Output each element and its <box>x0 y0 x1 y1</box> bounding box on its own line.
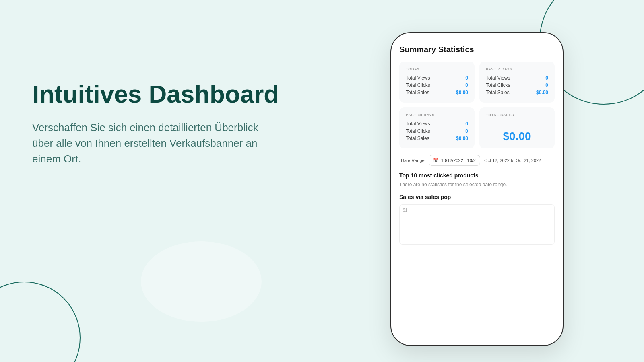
bg-circle-bottom-left <box>0 282 80 362</box>
today-views-label: Total Views <box>406 75 430 81</box>
bg-blob-mid <box>141 241 262 322</box>
date-range-label: Date Range <box>401 158 425 163</box>
today-sales-value: $0.00 <box>456 90 468 95</box>
past30days-views-row: Total Views 0 <box>406 121 468 127</box>
today-clicks-label: Total Clicks <box>406 82 430 88</box>
chart-section: Sales via sales pop $1 <box>399 194 555 245</box>
chart-y-label: $1 <box>403 208 407 212</box>
date-range-section: Date Range 📅 10/12/2022 - 10/2 Oct 12, 2… <box>399 155 555 166</box>
past7days-clicks-row: Total Clicks 0 <box>486 82 548 88</box>
past7days-label: PAST 7 DAYS <box>486 67 548 71</box>
today-card: TODAY Total Views 0 Total Clicks 0 Total… <box>399 62 475 103</box>
phone-inner: Summary Statistics TODAY Total Views 0 T… <box>391 33 563 345</box>
page-title: Intuitives Dashboard <box>32 80 282 108</box>
past7days-views-row: Total Views 0 <box>486 75 548 81</box>
date-picker-text: 10/12/2022 - 10/2 <box>441 158 476 163</box>
past7days-views-value: 0 <box>545 75 548 81</box>
total-sales-card: TOTAL SALES $0.00 <box>479 107 555 148</box>
past7days-sales-value: $0.00 <box>536 90 548 95</box>
left-section: Intuitives Dashboard Verschaffen Sie sic… <box>32 80 282 167</box>
today-clicks-row: Total Clicks 0 <box>406 82 468 88</box>
past30days-views-label: Total Views <box>406 121 430 127</box>
today-views-value: 0 <box>465 75 468 81</box>
past30days-sales-value: $0.00 <box>456 136 468 141</box>
past7days-card: PAST 7 DAYS Total Views 0 Total Clicks 0… <box>479 62 555 103</box>
today-views-row: Total Views 0 <box>406 75 468 81</box>
chart-area: $1 <box>399 204 555 245</box>
past30days-sales-row: Total Sales $0.00 <box>406 136 468 141</box>
past30days-label: PAST 30 DAYS <box>406 113 468 117</box>
past30days-sales-label: Total Sales <box>406 136 429 141</box>
top-products-title: Top 10 most clicked products <box>399 172 555 179</box>
summary-statistics-title: Summary Statistics <box>399 45 555 54</box>
calendar-icon: 📅 <box>433 158 439 163</box>
past30days-clicks-row: Total Clicks 0 <box>406 128 468 134</box>
date-range-text: Oct 12, 2022 to Oct 21, 2022 <box>484 158 541 163</box>
past7days-views-label: Total Views <box>486 75 510 81</box>
past30days-clicks-value: 0 <box>465 128 468 134</box>
total-sales-amount: $0.00 <box>486 130 548 143</box>
past30days-card: PAST 30 DAYS Total Views 0 Total Clicks … <box>399 107 475 148</box>
past30days-clicks-label: Total Clicks <box>406 128 430 134</box>
past7days-clicks-label: Total Clicks <box>486 82 510 88</box>
past7days-sales-row: Total Sales $0.00 <box>486 90 548 95</box>
total-sales-label: TOTAL SALES <box>486 113 548 117</box>
phone-mockup: Summary Statistics TODAY Total Views 0 T… <box>390 32 564 346</box>
today-sales-row: Total Sales $0.00 <box>406 90 468 95</box>
today-sales-label: Total Sales <box>406 90 429 95</box>
past30days-views-value: 0 <box>465 121 468 127</box>
date-picker-button[interactable]: 📅 10/12/2022 - 10/2 <box>429 155 480 166</box>
stats-grid: TODAY Total Views 0 Total Clicks 0 Total… <box>399 62 555 148</box>
today-label: TODAY <box>406 67 468 71</box>
page-description: Verschaffen Sie sich einen detaillierten… <box>32 120 282 167</box>
chart-gridline <box>412 216 549 216</box>
chart-title: Sales via sales pop <box>399 194 555 200</box>
today-clicks-value: 0 <box>465 82 468 88</box>
no-stats-text: There are no statistics for the selected… <box>399 182 555 187</box>
past7days-clicks-value: 0 <box>545 82 548 88</box>
past7days-sales-label: Total Sales <box>486 90 510 95</box>
